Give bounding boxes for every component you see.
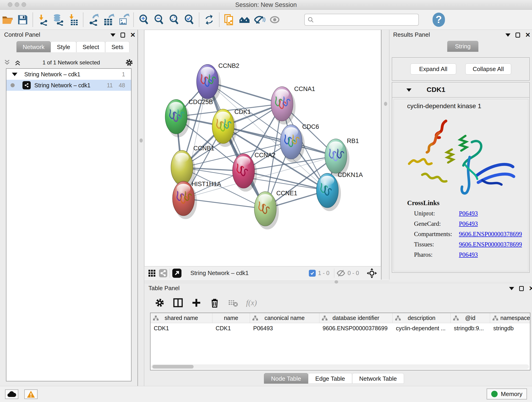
collapse-all-icon[interactable]: [4, 59, 11, 66]
export-view-icon[interactable]: [172, 268, 182, 278]
table-cell[interactable]: P06493: [250, 323, 319, 333]
column-header-canonical-name[interactable]: canonical name: [250, 313, 319, 323]
crosslink-link[interactable]: 9606.ENSP00000378699: [459, 230, 522, 238]
tab-edge-table[interactable]: Edge Table: [308, 373, 352, 384]
pan-crosshair-icon[interactable]: [367, 268, 377, 278]
section-expanded-icon[interactable]: [406, 89, 412, 92]
float-panel-icon[interactable]: [515, 32, 520, 38]
expanded-triangle-icon[interactable]: [12, 73, 17, 76]
network-row[interactable]: String Network – cdk1 11 48: [6, 80, 131, 91]
network-node-RB1[interactable]: RB1: [325, 138, 359, 177]
delete-column-icon[interactable]: [209, 298, 220, 308]
new-network-from-selection-button[interactable]: [222, 12, 237, 27]
splitter-handle[interactable]: [139, 138, 143, 143]
zoom-fit-button[interactable]: [166, 12, 181, 27]
column-header-shared-name[interactable]: shared name: [151, 313, 212, 323]
cloud-status-button[interactable]: [5, 389, 18, 399]
crosslink-link[interactable]: P06493: [459, 210, 478, 217]
tab-sets[interactable]: Sets: [105, 41, 129, 52]
export-image-button[interactable]: [116, 12, 131, 27]
collapse-panel-icon[interactable]: [505, 33, 510, 37]
network-share-icon[interactable]: [159, 269, 167, 277]
left-splitter[interactable]: [138, 30, 144, 386]
help-button[interactable]: ?: [433, 13, 445, 27]
column-header-name[interactable]: name: [212, 313, 250, 323]
birdseye-grid-icon[interactable]: [148, 269, 156, 277]
column-header-description[interactable]: description: [393, 313, 451, 323]
tab-network[interactable]: Network: [17, 41, 51, 52]
scrollbar-thumb[interactable]: [152, 365, 194, 369]
gene-section-header[interactable]: CDK1: [392, 83, 529, 98]
close-panel-icon[interactable]: ✕: [525, 32, 530, 38]
expand-all-icon[interactable]: [14, 59, 21, 66]
table-cell[interactable]: 9606.ENSP00000378699: [319, 323, 393, 333]
memory-button[interactable]: Memory: [487, 389, 527, 400]
delete-table-icon[interactable]: [228, 298, 238, 308]
splitter-handle[interactable]: [335, 280, 338, 283]
network-node-count: 11: [107, 82, 113, 89]
table-cell[interactable]: cyclin-dependent ...: [393, 323, 451, 333]
hide-selected-button[interactable]: [252, 12, 267, 27]
collapse-panel-icon[interactable]: [509, 287, 514, 290]
table-row[interactable]: CDK1CDK1P064939606.ENSP00000378699cyclin…: [151, 323, 530, 333]
network-node-CDC25B[interactable]: CDC25B: [165, 99, 213, 137]
warnings-button[interactable]: [24, 389, 38, 399]
float-panel-icon[interactable]: [519, 286, 524, 291]
crosslink-link[interactable]: 9606.ENSP00000378699: [459, 241, 522, 248]
tab-style[interactable]: Style: [51, 41, 76, 52]
right-splitter[interactable]: [381, 30, 389, 280]
network-node-CCNE1[interactable]: CCNE1: [254, 190, 298, 230]
first-neighbors-button[interactable]: [237, 12, 252, 27]
function-builder-icon[interactable]: f(x): [246, 298, 257, 307]
import-network-database-button[interactable]: [51, 12, 65, 27]
collapse-all-button[interactable]: Collapse All: [465, 64, 511, 75]
tab-select[interactable]: Select: [76, 41, 105, 52]
open-session-button[interactable]: [0, 12, 15, 27]
tab-network-table[interactable]: Network Table: [352, 373, 404, 384]
table-cell[interactable]: CDK1: [212, 323, 250, 333]
show-all-button[interactable]: [267, 12, 282, 27]
tab-string[interactable]: String: [447, 41, 478, 52]
network-node-CCNA1[interactable]: CCNA1: [271, 85, 315, 124]
collapse-panel-icon[interactable]: [110, 33, 115, 37]
table-gear-icon[interactable]: [154, 298, 165, 308]
import-network-file-button[interactable]: [35, 12, 51, 27]
table-cell[interactable]: stringdb:9...: [451, 323, 490, 333]
save-session-button[interactable]: [15, 12, 30, 27]
expand-all-button[interactable]: Expand All: [410, 64, 456, 75]
zoom-out-button[interactable]: [151, 12, 166, 27]
add-column-icon[interactable]: [191, 298, 202, 308]
tab-node-table[interactable]: Node Table: [264, 373, 308, 384]
import-table-file-button[interactable]: [65, 12, 81, 27]
close-panel-icon[interactable]: ✕: [529, 286, 532, 291]
column-header-database-identifier[interactable]: database identifier: [319, 313, 393, 323]
show-columns-icon[interactable]: [173, 298, 183, 308]
network-node-HIST1H1A[interactable]: HIST1H1A: [172, 181, 221, 219]
zoom-in-button[interactable]: [136, 12, 151, 27]
network-node-CDKN1A[interactable]: CDKN1A: [317, 172, 363, 211]
export-table-button[interactable]: [101, 12, 116, 27]
column-header--id[interactable]: @id: [451, 313, 490, 323]
selected-checkbox-icon[interactable]: [309, 270, 316, 277]
zoom-selected-button[interactable]: [181, 12, 196, 27]
float-panel-icon[interactable]: [120, 32, 125, 38]
column-header-namespace[interactable]: namespace: [490, 313, 530, 323]
crosslink-link[interactable]: P06493: [459, 220, 478, 227]
gear-icon[interactable]: [125, 58, 133, 67]
network-canvas[interactable]: CCNB2CCNA1CDC25BCDK1CDC6RB1CCNB1CCNA2CDK…: [144, 30, 381, 266]
splitter-handle[interactable]: [384, 102, 387, 106]
close-panel-icon[interactable]: ✕: [130, 32, 135, 38]
crosslink-link[interactable]: P06493: [459, 251, 478, 258]
apply-layout-button[interactable]: [202, 12, 217, 27]
hidden-eye-slash-icon[interactable]: [336, 269, 345, 277]
table-cell[interactable]: stringdb: [490, 323, 530, 333]
network-node-CDC6[interactable]: CDC6: [280, 123, 319, 162]
export-network-button[interactable]: [86, 12, 101, 27]
search-input[interactable]: [314, 17, 412, 23]
table-cell[interactable]: CDK1: [151, 323, 212, 333]
network-collection-row[interactable]: String Network – cdk1 1: [6, 69, 131, 80]
node-table: shared namenamecanonical namedatabase id…: [150, 313, 530, 370]
network-graph[interactable]: CCNB2CCNA1CDC25BCDK1CDC6RB1CCNB1CCNA2CDK…: [145, 30, 381, 266]
network-node-CCNB2[interactable]: CCNB2: [196, 62, 239, 102]
horizontal-scrollbar[interactable]: [151, 364, 529, 369]
